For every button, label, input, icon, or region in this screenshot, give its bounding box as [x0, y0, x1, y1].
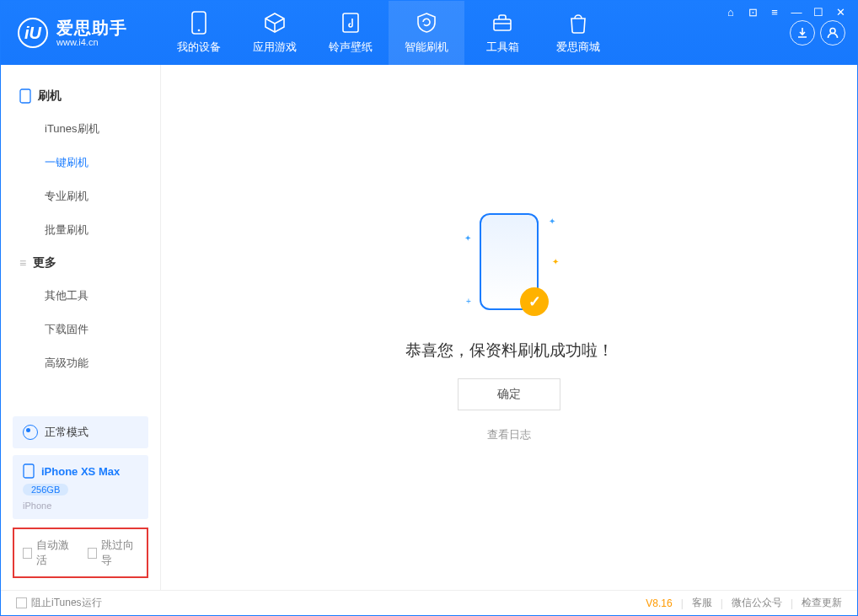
checkbox-label: 阻止iTunes运行	[31, 596, 102, 610]
mode-label: 正常模式	[45, 425, 88, 440]
sparkle-icon: ✦	[464, 233, 471, 243]
music-file-icon	[339, 11, 362, 35]
menu-icon[interactable]: ≡	[768, 6, 781, 19]
check-update-link[interactable]: 检查更新	[802, 596, 842, 610]
tab-apps[interactable]: 应用游戏	[237, 1, 313, 65]
sidebar-item-advanced[interactable]: 高级功能	[1, 346, 160, 380]
device-capacity-badge: 256GB	[23, 484, 68, 495]
sidebar-group-label: 更多	[33, 255, 56, 271]
svg-rect-6	[20, 89, 30, 103]
ok-button[interactable]: 确定	[458, 378, 560, 410]
check-badge-icon: ✓	[520, 287, 549, 316]
logo: iU 爱思助手 www.i4.cn	[18, 18, 161, 48]
tab-flash[interactable]: 智能刷机	[389, 1, 464, 65]
sparkle-icon: ✦	[552, 257, 559, 266]
tab-label: 我的设备	[177, 40, 221, 55]
device-card[interactable]: iPhone XS Max 256GB iPhone	[13, 455, 148, 519]
refresh-shield-icon	[415, 11, 438, 35]
nav-tabs: 我的设备 应用游戏 铃声壁纸 智能刷机 工具箱 爱思商城	[161, 1, 616, 65]
sidebar-item-batch-flash[interactable]: 批量刷机	[1, 213, 160, 247]
tab-toolbox[interactable]: 工具箱	[464, 1, 540, 65]
flash-options-box: 自动激活 跳过向导	[13, 528, 148, 578]
tab-ringtones[interactable]: 铃声壁纸	[313, 1, 389, 65]
svg-rect-3	[343, 13, 358, 32]
tab-label: 应用游戏	[253, 40, 297, 55]
success-message: 恭喜您，保资料刷机成功啦！	[405, 340, 614, 362]
tab-label: 铃声壁纸	[329, 40, 373, 55]
sidebar-group-flash: 刷机	[1, 80, 160, 112]
user-button[interactable]	[820, 20, 845, 46]
sidebar-item-pro-flash[interactable]: 专业刷机	[1, 179, 160, 213]
app-url: www.i4.cn	[56, 37, 127, 47]
checkbox-label: 自动激活	[36, 538, 73, 568]
toolbox-icon	[491, 11, 514, 35]
feedback-icon[interactable]: ⊡	[746, 6, 759, 19]
svg-point-5	[830, 29, 835, 34]
tab-label: 工具箱	[486, 40, 519, 55]
sparkle-icon: +	[466, 297, 471, 306]
phone-icon	[19, 88, 31, 104]
skin-icon[interactable]: ⌂	[724, 6, 737, 19]
tab-my-device[interactable]: 我的设备	[161, 1, 237, 65]
sidebar-group-more: ≡ 更多	[1, 247, 160, 279]
sidebar-group-label: 刷机	[38, 88, 62, 104]
app-name: 爱思助手	[56, 19, 127, 37]
svg-rect-7	[24, 464, 34, 478]
tab-label: 智能刷机	[405, 40, 448, 55]
sparkle-icon: ✦	[549, 217, 555, 226]
version-label: V8.16	[646, 597, 672, 609]
device-icon	[187, 11, 211, 35]
device-type: iPhone	[23, 501, 138, 511]
download-button[interactable]	[790, 20, 815, 46]
device-name: iPhone XS Max	[41, 465, 120, 478]
mode-icon	[23, 425, 38, 440]
close-icon[interactable]: ✕	[834, 6, 847, 19]
svg-rect-4	[494, 19, 511, 30]
maximize-icon[interactable]: ☐	[812, 6, 825, 19]
sidebar-item-other-tools[interactable]: 其他工具	[1, 279, 160, 313]
list-icon: ≡	[19, 256, 26, 270]
checkbox-label: 跳过向导	[101, 538, 138, 568]
device-icon	[23, 463, 35, 479]
support-link[interactable]: 客服	[692, 596, 712, 610]
svg-point-1	[198, 29, 201, 32]
bag-icon	[566, 11, 590, 35]
block-itunes-checkbox[interactable]: 阻止iTunes运行	[16, 596, 102, 610]
statusbar: 阻止iTunes运行 V8.16 | 客服 | 微信公众号 | 检查更新	[1, 590, 857, 615]
skip-guide-checkbox[interactable]: 跳过向导	[88, 538, 139, 568]
sidebar: 刷机 iTunes刷机 一键刷机 专业刷机 批量刷机 ≡ 更多 其他工具 下载固…	[1, 65, 161, 590]
tab-label: 爱思商城	[556, 40, 600, 55]
wechat-link[interactable]: 微信公众号	[732, 596, 782, 610]
logo-icon: iU	[18, 18, 48, 48]
cube-icon	[263, 11, 287, 35]
view-log-link[interactable]: 查看日志	[487, 427, 531, 442]
mode-card[interactable]: 正常模式	[13, 416, 148, 448]
success-illustration: ✦ ✦ + ✦ ✓	[471, 213, 547, 323]
sidebar-item-oneclick-flash[interactable]: 一键刷机	[1, 146, 160, 179]
tab-store[interactable]: 爱思商城	[540, 1, 616, 65]
auto-activate-checkbox[interactable]: 自动激活	[23, 538, 74, 568]
sidebar-item-itunes-flash[interactable]: iTunes刷机	[1, 112, 160, 146]
content-area: ✦ ✦ + ✦ ✓ 恭喜您，保资料刷机成功啦！ 确定 查看日志	[161, 65, 857, 590]
sidebar-item-download-firmware[interactable]: 下载固件	[1, 313, 160, 346]
minimize-icon[interactable]: ―	[790, 6, 803, 19]
